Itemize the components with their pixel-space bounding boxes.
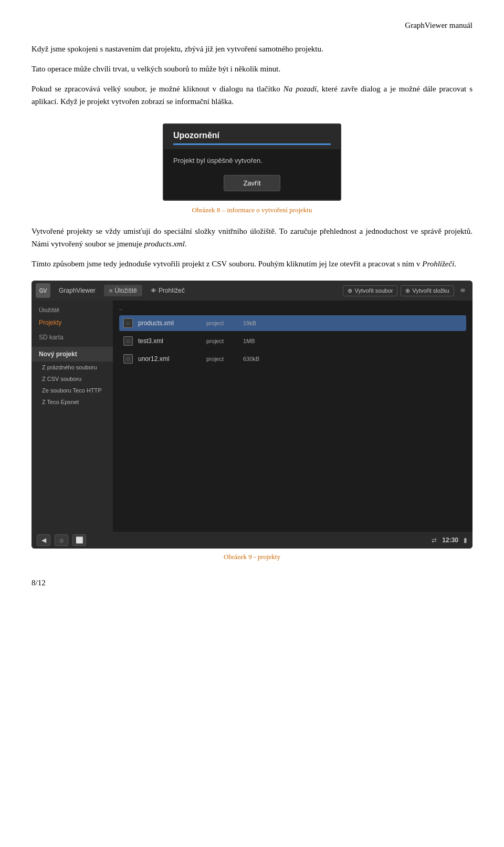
- file-icon-products: □: [123, 318, 133, 328]
- file-size-unor12: 630kB: [243, 356, 259, 362]
- dialog-footer: Zavřít: [164, 170, 340, 200]
- statusbar-right: ⇄ 12:30 ▮: [432, 536, 467, 544]
- app-content: Úložiště Projekty SD karta Nový projekt …: [32, 301, 472, 532]
- file-row-products[interactable]: □ products.xml project 19kB: [119, 315, 466, 331]
- dialog-blue-line: [173, 143, 331, 145]
- paragraph-3: Pokud se zpracovává velký soubor, je mož…: [32, 82, 472, 108]
- eye-icon: 👁: [151, 287, 156, 294]
- paragraph-2: Tato operace může chvíli trvat, u velkýc…: [32, 63, 472, 75]
- file-type-test3: project: [206, 338, 238, 344]
- file-icon-test3: □: [123, 336, 133, 346]
- plus-icon-file: ⊕: [348, 287, 352, 294]
- plus-icon-folder: ⊕: [405, 287, 410, 294]
- sidebar-item-sdkarta[interactable]: SD karta: [32, 330, 113, 345]
- recent-button[interactable]: ⬜: [72, 534, 86, 546]
- file-size-test3: 1MB: [243, 338, 255, 344]
- paragraph-4: Vytvořené projekty se vždy umisťují do s…: [32, 225, 472, 250]
- statusbar-time: 12:30: [442, 536, 458, 544]
- list-icon: ≡: [109, 287, 112, 294]
- create-file-button[interactable]: ⊕ Vytvořit soubor: [343, 285, 397, 296]
- file-name-test3: test3.xml: [138, 337, 201, 345]
- app-main-content: .. □ products.xml project 19kB □ test3.x…: [113, 301, 472, 532]
- app-sidebar: Úložiště Projekty SD karta Nový projekt …: [32, 301, 113, 532]
- dialog-box: Upozornění Projekt byl úspěšně vytvořen.…: [163, 123, 341, 201]
- page-number: 8/12: [32, 579, 46, 587]
- back-button[interactable]: ◀: [37, 534, 50, 546]
- sidebar-section-label: Úložiště: [32, 304, 113, 315]
- nav-item-prohlizec[interactable]: 👁 Prohlížeč: [145, 285, 190, 296]
- menu-button[interactable]: ≡: [457, 286, 468, 295]
- dialog-screenshot-container: Upozornění Projekt byl úspěšně vytvořen.…: [32, 123, 472, 201]
- file-icon-unor12: □: [123, 354, 133, 364]
- dialog-close-button[interactable]: Zavřít: [224, 175, 280, 191]
- nav-item-uloziste[interactable]: ≡ Úložiště: [104, 285, 142, 296]
- home-button[interactable]: ⌂: [55, 534, 68, 546]
- file-row-unor12[interactable]: □ unor12.xml project 630kB: [119, 351, 466, 367]
- app-topbar: GV GraphViewer ≡ Úložiště 👁 Prohlížeč ⊕ …: [32, 281, 472, 301]
- app-logo: GV: [36, 283, 50, 298]
- file-list: □ products.xml project 19kB □ test3.xml …: [119, 315, 466, 367]
- page-header-title: GraphViewer manuál: [32, 21, 472, 30]
- file-type-products: project: [206, 320, 238, 326]
- file-row-test3[interactable]: □ test3.xml project 1MB: [119, 333, 466, 349]
- paragraph-5: Tímto způsobem jsme tedy jednoduše vytvo…: [32, 257, 472, 270]
- paragraph-1: Když jsme spokojeni s nastavením dat pro…: [32, 43, 472, 55]
- dialog-title-bar: Upozornění: [164, 125, 340, 149]
- file-name-products: products.xml: [138, 319, 201, 327]
- figure9-caption: Obrázek 9 - projekty: [32, 553, 472, 561]
- sidebar-item-projekty[interactable]: Projekty: [32, 315, 113, 330]
- file-name-unor12: unor12.xml: [138, 355, 201, 363]
- app-statusbar: ◀ ⌂ ⬜ ⇄ 12:30 ▮: [32, 532, 472, 549]
- file-type-unor12: project: [206, 356, 238, 362]
- statusbar-left: ◀ ⌂ ⬜: [37, 534, 86, 546]
- dialog-message: Projekt byl úspěšně vytvořen.: [173, 157, 331, 164]
- dialog-title-text: Upozornění: [173, 131, 331, 140]
- sidebar-sub-item-teco-http[interactable]: Ze souboru Teco HTTP: [32, 385, 113, 396]
- app-screenshot: GV GraphViewer ≡ Úložiště 👁 Prohlížeč ⊕ …: [32, 281, 472, 549]
- battery-icon: ▮: [464, 536, 467, 544]
- sidebar-sub-item-empty[interactable]: Z prázdného souboru: [32, 361, 113, 373]
- figure8-caption: Obrázek 8 – informace o vytvoření projek…: [32, 206, 472, 214]
- dialog-body: Projekt byl úspěšně vytvořen.: [164, 149, 340, 170]
- sidebar-sub-item-teco-epsnet[interactable]: Z Teco Epsnet: [32, 396, 113, 408]
- app-breadcrumb: ..: [119, 305, 466, 311]
- create-folder-button[interactable]: ⊕ Vytvořit složku: [401, 285, 454, 296]
- file-size-products: 19kB: [243, 320, 256, 326]
- nav-item-graphviewer[interactable]: GraphViewer: [54, 285, 101, 296]
- sidebar-sub-item-csv[interactable]: Z CSV souboru: [32, 373, 113, 385]
- wifi-icon: ⇄: [432, 536, 437, 544]
- sidebar-new-project: Nový projekt: [32, 347, 113, 361]
